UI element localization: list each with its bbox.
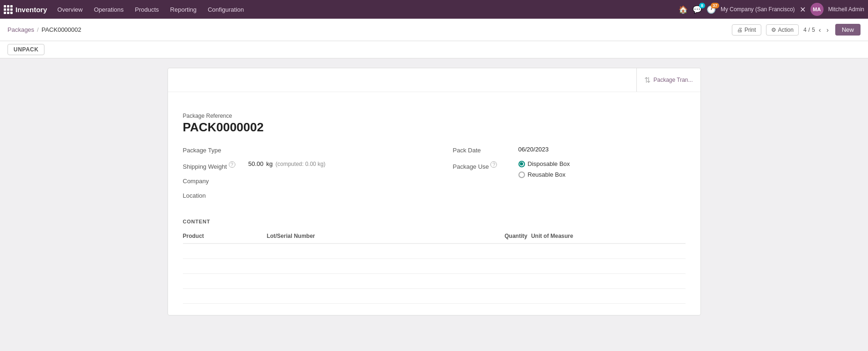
location-row: Location [183, 191, 416, 199]
print-button[interactable]: 🖨 Print [732, 24, 761, 36]
home-icon-btn[interactable]: 🏠 [678, 5, 688, 14]
empty-lot [267, 244, 442, 258]
shipping-weight-row: Shipping Weight ? 50.00 kg (computed: 0.… [183, 160, 416, 170]
shipping-weight-value: 50.00 kg (computed: 0.00 kg) [248, 160, 326, 167]
content-section-title: CONTENT [183, 219, 686, 224]
breadcrumb-current: PACK0000002 [42, 26, 81, 33]
brand[interactable]: Inventory [4, 5, 47, 14]
action-icon: ⚙ [771, 27, 776, 33]
content-section: CONTENT Product Lot/Serial Number Quanti… [183, 219, 686, 304]
nav-configuration[interactable]: Configuration [203, 4, 248, 15]
breadcrumb-separator: / [37, 26, 39, 33]
reusable-radio[interactable] [518, 172, 525, 178]
company-row: Company [183, 177, 416, 185]
unpack-button[interactable]: UNPACK [7, 44, 44, 55]
empty-uom [531, 244, 686, 258]
package-tran-icon: ⇅ [644, 76, 650, 85]
company-label: My Company (San Francisco) [721, 6, 795, 13]
topbar-actions: 🖨 Print ⚙ Action 4 / 5 ‹ › New [732, 24, 861, 36]
empty-qty [442, 244, 531, 258]
disposable-label: Disposable Box [528, 160, 570, 167]
package-card: ⇅ Package Tran... Package Reference PACK… [168, 68, 701, 315]
package-use-row: Package Use ? Disposable Box Reusable Bo… [453, 160, 686, 178]
package-id: PACK0000002 [183, 120, 686, 135]
package-type-label: Package Type [183, 146, 244, 154]
navbar-right: 🏠 💬 8 🕐 37 My Company (San Francisco) ✕ … [678, 3, 864, 16]
disposable-radio[interactable] [518, 161, 525, 167]
home-icon: 🏠 [678, 5, 688, 14]
shipping-weight-label: Shipping Weight ? [183, 160, 244, 170]
col-unit: Unit of Measure [531, 230, 686, 244]
nav-operations[interactable]: Operations [89, 4, 129, 15]
nav-reporting[interactable]: Reporting [166, 4, 201, 15]
company-label: Company [183, 177, 244, 185]
col-product: Product [183, 230, 267, 244]
pack-date-value: 06/20/2023 [518, 146, 549, 153]
clock-badge: 37 [711, 3, 719, 8]
settings-icon-btn[interactable]: ✕ [800, 5, 806, 14]
nav-products[interactable]: Products [130, 4, 163, 15]
package-use-label: Package Use ? [453, 160, 514, 170]
pager-prev[interactable]: ‹ [817, 25, 823, 35]
avatar[interactable]: MA [810, 3, 824, 16]
breadcrumb-packages-link[interactable]: Packages [7, 26, 34, 33]
clock-icon-btn[interactable]: 🕐 37 [707, 5, 716, 14]
table-row [183, 244, 686, 258]
grid-icon [4, 5, 13, 14]
package-ref-field: Package Reference PACK0000002 [183, 113, 686, 135]
action-button[interactable]: ⚙ Action [766, 24, 799, 36]
notifications-badge: 8 [699, 3, 705, 8]
pager-next[interactable]: › [824, 25, 831, 35]
main-content: ⇅ Package Tran... Package Reference PACK… [0, 58, 868, 349]
package-use-help: ? [490, 161, 497, 168]
pager-total: 5 [812, 27, 815, 33]
table-row [183, 273, 686, 288]
table-row [183, 258, 686, 273]
col-lot-serial: Lot/Serial Number [267, 230, 442, 244]
package-tran-button[interactable]: ⇅ Package Tran... [636, 68, 700, 92]
avatar-initials: MA [813, 7, 821, 12]
pager: 4 / 5 ‹ › [803, 25, 831, 35]
chat-icon-btn[interactable]: 💬 8 [693, 5, 702, 14]
card-top: ⇅ Package Tran... [168, 68, 700, 92]
table-row [183, 288, 686, 303]
pager-slash: / [809, 27, 810, 33]
print-icon: 🖨 [737, 27, 743, 33]
package-type-row: Package Type [183, 146, 416, 154]
reusable-label: Reusable Box [528, 171, 566, 178]
topbar: Packages / PACK0000002 🖨 Print ⚙ Action … [0, 19, 868, 41]
breadcrumb: Packages / PACK0000002 [7, 26, 81, 33]
pack-date-label: Pack Date [453, 146, 514, 154]
empty-product [183, 244, 267, 258]
navbar: Inventory Overview Operations Products R… [0, 0, 868, 19]
computed-weight: (computed: 0.00 kg) [276, 161, 326, 167]
shipping-weight-help: ? [229, 161, 235, 168]
package-use-options: Disposable Box Reusable Box [518, 160, 570, 178]
content-table: Product Lot/Serial Number Quantity Unit … [183, 230, 686, 304]
nav-overview[interactable]: Overview [53, 4, 88, 15]
table-header-row: Product Lot/Serial Number Quantity Unit … [183, 230, 686, 244]
pack-date-row: Pack Date 06/20/2023 [453, 146, 686, 154]
package-ref-label: Package Reference [183, 113, 686, 119]
disposable-box-option[interactable]: Disposable Box [518, 160, 570, 167]
settings-icon: ✕ [800, 5, 806, 14]
form-right: Pack Date 06/20/2023 Package Use ? Dispo… [453, 146, 686, 206]
brand-label: Inventory [15, 6, 47, 14]
action-bar: UNPACK [0, 41, 868, 58]
card-inner: Package Reference PACK0000002 Package Ty… [168, 101, 700, 315]
pager-current: 4 [803, 27, 807, 33]
reusable-box-option[interactable]: Reusable Box [518, 171, 570, 178]
col-quantity: Quantity [442, 230, 531, 244]
form-grid: Package Type Shipping Weight ? 50.00 kg … [183, 146, 686, 206]
new-button[interactable]: New [835, 24, 861, 36]
location-label: Location [183, 191, 244, 199]
admin-label: Mitchell Admin [828, 6, 864, 13]
form-left: Package Type Shipping Weight ? 50.00 kg … [183, 146, 416, 206]
